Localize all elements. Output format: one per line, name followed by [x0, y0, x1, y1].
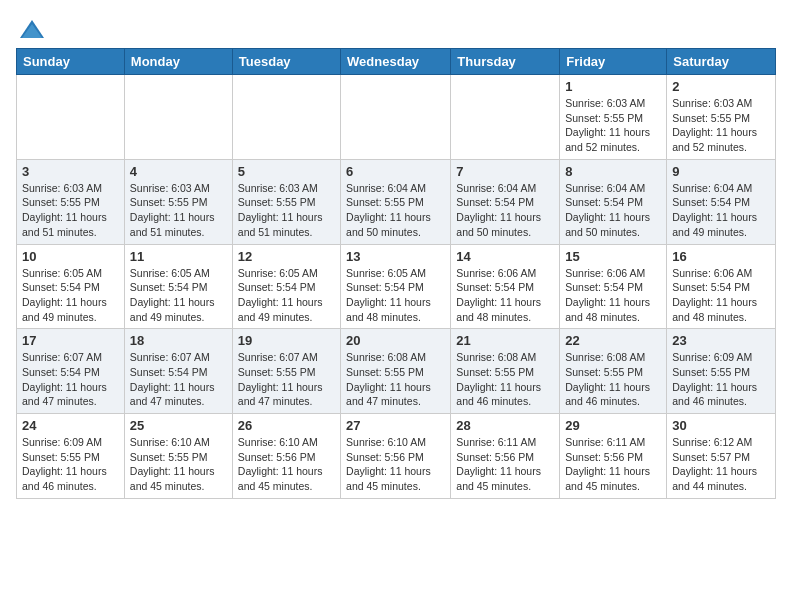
calendar-cell: 25Sunrise: 6:10 AM Sunset: 5:55 PM Dayli… [124, 414, 232, 499]
day-number: 10 [22, 249, 119, 264]
day-info: Sunrise: 6:10 AM Sunset: 5:56 PM Dayligh… [346, 435, 445, 494]
calendar-cell: 26Sunrise: 6:10 AM Sunset: 5:56 PM Dayli… [232, 414, 340, 499]
calendar-cell: 18Sunrise: 6:07 AM Sunset: 5:54 PM Dayli… [124, 329, 232, 414]
day-info: Sunrise: 6:08 AM Sunset: 5:55 PM Dayligh… [565, 350, 661, 409]
calendar-cell [341, 75, 451, 160]
calendar-cell: 8Sunrise: 6:04 AM Sunset: 5:54 PM Daylig… [560, 159, 667, 244]
day-info: Sunrise: 6:07 AM Sunset: 5:54 PM Dayligh… [22, 350, 119, 409]
day-info: Sunrise: 6:03 AM Sunset: 5:55 PM Dayligh… [672, 96, 770, 155]
day-info: Sunrise: 6:12 AM Sunset: 5:57 PM Dayligh… [672, 435, 770, 494]
day-info: Sunrise: 6:05 AM Sunset: 5:54 PM Dayligh… [130, 266, 227, 325]
day-info: Sunrise: 6:07 AM Sunset: 5:55 PM Dayligh… [238, 350, 335, 409]
day-number: 18 [130, 333, 227, 348]
calendar-cell: 24Sunrise: 6:09 AM Sunset: 5:55 PM Dayli… [17, 414, 125, 499]
calendar-cell: 9Sunrise: 6:04 AM Sunset: 5:54 PM Daylig… [667, 159, 776, 244]
day-number: 17 [22, 333, 119, 348]
day-info: Sunrise: 6:09 AM Sunset: 5:55 PM Dayligh… [672, 350, 770, 409]
calendar-cell: 30Sunrise: 6:12 AM Sunset: 5:57 PM Dayli… [667, 414, 776, 499]
day-info: Sunrise: 6:11 AM Sunset: 5:56 PM Dayligh… [456, 435, 554, 494]
calendar-day-header: Saturday [667, 49, 776, 75]
calendar-week-row: 17Sunrise: 6:07 AM Sunset: 5:54 PM Dayli… [17, 329, 776, 414]
calendar-cell [17, 75, 125, 160]
day-info: Sunrise: 6:06 AM Sunset: 5:54 PM Dayligh… [672, 266, 770, 325]
day-number: 4 [130, 164, 227, 179]
calendar-cell [124, 75, 232, 160]
calendar-cell: 15Sunrise: 6:06 AM Sunset: 5:54 PM Dayli… [560, 244, 667, 329]
calendar-week-row: 24Sunrise: 6:09 AM Sunset: 5:55 PM Dayli… [17, 414, 776, 499]
day-number: 30 [672, 418, 770, 433]
day-info: Sunrise: 6:04 AM Sunset: 5:54 PM Dayligh… [672, 181, 770, 240]
calendar-cell: 6Sunrise: 6:04 AM Sunset: 5:55 PM Daylig… [341, 159, 451, 244]
day-info: Sunrise: 6:08 AM Sunset: 5:55 PM Dayligh… [346, 350, 445, 409]
header [16, 16, 776, 38]
day-number: 12 [238, 249, 335, 264]
day-number: 7 [456, 164, 554, 179]
day-number: 14 [456, 249, 554, 264]
calendar-cell: 3Sunrise: 6:03 AM Sunset: 5:55 PM Daylig… [17, 159, 125, 244]
day-number: 6 [346, 164, 445, 179]
calendar-day-header: Sunday [17, 49, 125, 75]
day-info: Sunrise: 6:04 AM Sunset: 5:55 PM Dayligh… [346, 181, 445, 240]
calendar-cell: 19Sunrise: 6:07 AM Sunset: 5:55 PM Dayli… [232, 329, 340, 414]
calendar-cell: 2Sunrise: 6:03 AM Sunset: 5:55 PM Daylig… [667, 75, 776, 160]
day-number: 22 [565, 333, 661, 348]
day-number: 11 [130, 249, 227, 264]
calendar-cell: 4Sunrise: 6:03 AM Sunset: 5:55 PM Daylig… [124, 159, 232, 244]
day-info: Sunrise: 6:04 AM Sunset: 5:54 PM Dayligh… [565, 181, 661, 240]
calendar-cell: 16Sunrise: 6:06 AM Sunset: 5:54 PM Dayli… [667, 244, 776, 329]
calendar-cell: 13Sunrise: 6:05 AM Sunset: 5:54 PM Dayli… [341, 244, 451, 329]
calendar-cell: 29Sunrise: 6:11 AM Sunset: 5:56 PM Dayli… [560, 414, 667, 499]
day-number: 28 [456, 418, 554, 433]
calendar-cell [232, 75, 340, 160]
calendar-day-header: Thursday [451, 49, 560, 75]
day-number: 29 [565, 418, 661, 433]
day-number: 23 [672, 333, 770, 348]
day-number: 16 [672, 249, 770, 264]
calendar-cell: 28Sunrise: 6:11 AM Sunset: 5:56 PM Dayli… [451, 414, 560, 499]
day-number: 19 [238, 333, 335, 348]
day-number: 1 [565, 79, 661, 94]
day-info: Sunrise: 6:11 AM Sunset: 5:56 PM Dayligh… [565, 435, 661, 494]
calendar-cell: 5Sunrise: 6:03 AM Sunset: 5:55 PM Daylig… [232, 159, 340, 244]
day-info: Sunrise: 6:07 AM Sunset: 5:54 PM Dayligh… [130, 350, 227, 409]
day-info: Sunrise: 6:10 AM Sunset: 5:55 PM Dayligh… [130, 435, 227, 494]
day-info: Sunrise: 6:05 AM Sunset: 5:54 PM Dayligh… [22, 266, 119, 325]
day-number: 3 [22, 164, 119, 179]
day-info: Sunrise: 6:05 AM Sunset: 5:54 PM Dayligh… [346, 266, 445, 325]
calendar-cell: 1Sunrise: 6:03 AM Sunset: 5:55 PM Daylig… [560, 75, 667, 160]
day-info: Sunrise: 6:06 AM Sunset: 5:54 PM Dayligh… [565, 266, 661, 325]
day-info: Sunrise: 6:09 AM Sunset: 5:55 PM Dayligh… [22, 435, 119, 494]
day-info: Sunrise: 6:08 AM Sunset: 5:55 PM Dayligh… [456, 350, 554, 409]
calendar-week-row: 10Sunrise: 6:05 AM Sunset: 5:54 PM Dayli… [17, 244, 776, 329]
calendar-cell: 23Sunrise: 6:09 AM Sunset: 5:55 PM Dayli… [667, 329, 776, 414]
day-info: Sunrise: 6:10 AM Sunset: 5:56 PM Dayligh… [238, 435, 335, 494]
day-number: 24 [22, 418, 119, 433]
day-number: 15 [565, 249, 661, 264]
day-number: 9 [672, 164, 770, 179]
calendar-cell: 12Sunrise: 6:05 AM Sunset: 5:54 PM Dayli… [232, 244, 340, 329]
day-info: Sunrise: 6:06 AM Sunset: 5:54 PM Dayligh… [456, 266, 554, 325]
day-info: Sunrise: 6:04 AM Sunset: 5:54 PM Dayligh… [456, 181, 554, 240]
day-info: Sunrise: 6:03 AM Sunset: 5:55 PM Dayligh… [238, 181, 335, 240]
day-number: 20 [346, 333, 445, 348]
calendar-day-header: Friday [560, 49, 667, 75]
day-number: 26 [238, 418, 335, 433]
day-number: 13 [346, 249, 445, 264]
day-info: Sunrise: 6:05 AM Sunset: 5:54 PM Dayligh… [238, 266, 335, 325]
day-number: 21 [456, 333, 554, 348]
day-number: 27 [346, 418, 445, 433]
logo [16, 16, 46, 38]
logo-icon [18, 16, 46, 44]
day-number: 5 [238, 164, 335, 179]
calendar-week-row: 3Sunrise: 6:03 AM Sunset: 5:55 PM Daylig… [17, 159, 776, 244]
calendar-cell: 7Sunrise: 6:04 AM Sunset: 5:54 PM Daylig… [451, 159, 560, 244]
calendar-day-header: Tuesday [232, 49, 340, 75]
day-info: Sunrise: 6:03 AM Sunset: 5:55 PM Dayligh… [565, 96, 661, 155]
calendar-cell: 27Sunrise: 6:10 AM Sunset: 5:56 PM Dayli… [341, 414, 451, 499]
day-number: 25 [130, 418, 227, 433]
calendar-week-row: 1Sunrise: 6:03 AM Sunset: 5:55 PM Daylig… [17, 75, 776, 160]
calendar-cell: 17Sunrise: 6:07 AM Sunset: 5:54 PM Dayli… [17, 329, 125, 414]
calendar-day-header: Monday [124, 49, 232, 75]
logo-block [16, 16, 46, 38]
calendar-cell: 10Sunrise: 6:05 AM Sunset: 5:54 PM Dayli… [17, 244, 125, 329]
